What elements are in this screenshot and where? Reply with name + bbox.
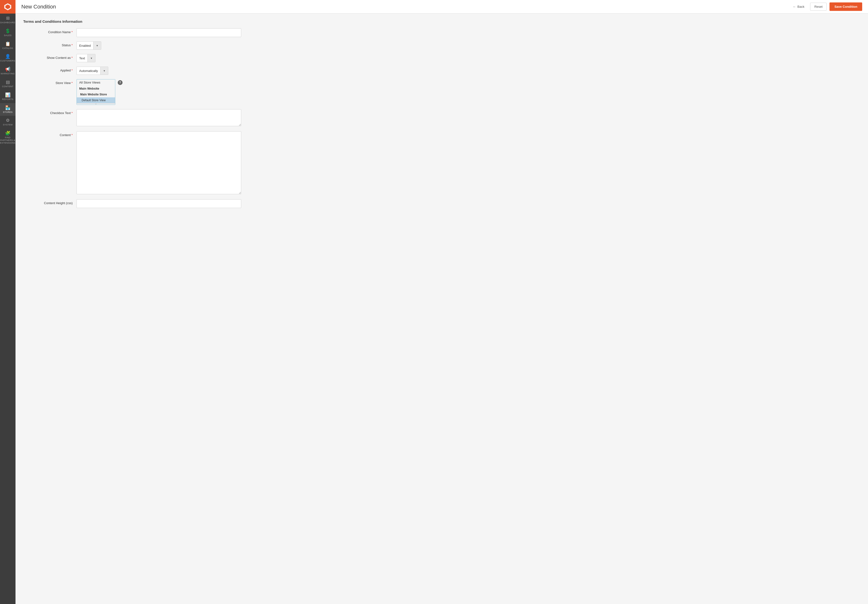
- sidebar-item-sales[interactable]: 💲 SALES: [0, 26, 16, 39]
- sidebar-label-catalog: CATALOG: [2, 47, 13, 50]
- sidebar-item-content[interactable]: ▤ CONTENT: [0, 77, 16, 90]
- checkbox-text-input[interactable]: [76, 109, 241, 126]
- condition-name-field: [76, 28, 241, 37]
- show-content-select[interactable]: Text ▼: [76, 54, 95, 62]
- sidebar-label-sales: SALES: [4, 34, 12, 37]
- status-label: Status*: [23, 42, 76, 47]
- system-icon: ⚙: [6, 118, 10, 122]
- stores-icon: 🏪: [5, 105, 11, 110]
- sidebar-item-system[interactable]: ⚙ SYSTEM: [0, 116, 16, 129]
- content-row: Content*: [23, 131, 860, 195]
- sidebar-label-system: SYSTEM: [3, 124, 12, 126]
- content-icon: ▤: [6, 80, 10, 84]
- store-view-row: Store View* All Store Views Main Website…: [23, 79, 860, 105]
- applied-label: Applied*: [23, 67, 76, 72]
- dashboard-icon: ⊞: [6, 16, 10, 20]
- catalog-icon: 📋: [5, 42, 11, 46]
- content-height-input[interactable]: [76, 199, 241, 208]
- status-select[interactable]: Enabled ▼: [76, 42, 101, 50]
- sidebar-label-content: CONTENT: [2, 85, 14, 88]
- checkbox-text-label: Checkbox Text*: [23, 109, 76, 115]
- header-actions: ← Back Reset Save Condition: [790, 2, 862, 11]
- sidebar-item-catalog[interactable]: 📋 CATALOG: [0, 39, 16, 52]
- content-label: Content*: [23, 131, 76, 137]
- store-view-field: All Store Views Main Website Main Websit…: [76, 79, 241, 105]
- show-content-arrow[interactable]: ▼: [87, 54, 95, 62]
- required-star-store: *: [71, 81, 73, 85]
- required-star-content: *: [71, 56, 73, 60]
- sidebar-item-reports[interactable]: 📊 REPORTS: [0, 90, 16, 103]
- applied-arrow[interactable]: ▼: [100, 67, 108, 74]
- status-dropdown-arrow[interactable]: ▼: [93, 42, 101, 50]
- main-content: New Condition ← Back Reset Save Conditio…: [16, 0, 868, 604]
- top-header: New Condition ← Back Reset Save Conditio…: [16, 0, 868, 14]
- back-button[interactable]: ← Back: [790, 3, 808, 10]
- condition-name-label: Condition Name*: [23, 28, 76, 34]
- applied-row: Applied* Automatically ▼: [23, 67, 860, 75]
- required-star-status: *: [71, 43, 73, 47]
- sidebar-label-dashboard: DASHBOARD: [0, 21, 15, 24]
- sidebar-label-marketing: MARKETING: [1, 73, 15, 75]
- store-view-option-default[interactable]: Default Store View: [77, 98, 115, 103]
- status-field: Enabled ▼: [76, 42, 241, 50]
- sidebar-item-partners[interactable]: 🧩 FIND PARTNERS & EXTENSIONS: [0, 129, 16, 147]
- condition-name-row: Condition Name*: [23, 28, 860, 37]
- content-height-field: [76, 199, 241, 208]
- required-star-applied: *: [71, 68, 73, 72]
- required-star-content-field: *: [71, 133, 73, 137]
- sidebar-item-marketing[interactable]: 📢 MARKETING: [0, 65, 16, 77]
- customers-icon: 👤: [5, 54, 11, 59]
- save-button[interactable]: Save Condition: [829, 2, 862, 11]
- store-view-inner: All Store Views Main Website Main Websit…: [76, 79, 241, 105]
- content-height-row: Content Height (css): [23, 199, 860, 208]
- sidebar-label-customers: CUSTOMERS: [0, 60, 15, 62]
- required-star-checkbox: *: [71, 111, 73, 115]
- store-view-select[interactable]: All Store Views Main Website Main Websit…: [76, 79, 115, 105]
- back-arrow-icon: ←: [793, 5, 796, 8]
- store-view-option-main-website-store[interactable]: Main Website Store: [77, 91, 115, 98]
- condition-name-input[interactable]: [76, 28, 241, 37]
- show-content-value: Text: [77, 55, 87, 62]
- status-value: Enabled: [77, 42, 93, 49]
- marketing-icon: 📢: [5, 67, 11, 71]
- status-row: Status* Enabled ▼: [23, 42, 860, 50]
- sidebar-label-partners: FIND PARTNERS & EXTENSIONS: [0, 136, 16, 144]
- sidebar-item-customers[interactable]: 👤 CUSTOMERS: [0, 52, 16, 65]
- sidebar-label-stores: STORES: [3, 111, 12, 114]
- checkbox-text-row: Checkbox Text*: [23, 109, 860, 127]
- page-title: New Condition: [21, 4, 56, 10]
- section-title: Terms and Conditions Information: [23, 19, 860, 23]
- content-area: Terms and Conditions Information Conditi…: [16, 14, 868, 604]
- sidebar-item-stores[interactable]: 🏪 STORES: [0, 103, 16, 116]
- show-content-row: Show Content as* Text ▼: [23, 54, 860, 62]
- applied-value: Automatically: [77, 68, 100, 74]
- store-view-option-main-website[interactable]: Main Website: [77, 85, 115, 91]
- reset-button[interactable]: Reset: [810, 3, 826, 11]
- sidebar: ⊞ DASHBOARD 💲 SALES 📋 CATALOG 👤 CUSTOMER…: [0, 0, 16, 604]
- content-height-label: Content Height (css): [23, 199, 76, 205]
- sidebar-logo[interactable]: [0, 0, 16, 14]
- sidebar-label-reports: REPORTS: [2, 98, 14, 101]
- content-field: [76, 131, 241, 195]
- store-view-label: Store View*: [23, 79, 76, 85]
- applied-field: Automatically ▼: [76, 67, 241, 75]
- show-content-field: Text ▼: [76, 54, 241, 62]
- checkbox-text-field: [76, 109, 241, 127]
- store-view-option-all[interactable]: All Store Views: [77, 79, 115, 85]
- reports-icon: 📊: [5, 93, 11, 97]
- sidebar-item-dashboard[interactable]: ⊞ DASHBOARD: [0, 14, 16, 26]
- store-view-help-icon[interactable]: ?: [118, 80, 122, 85]
- store-view-resize-handle[interactable]: ⠿: [77, 103, 115, 105]
- sales-icon: 💲: [5, 29, 11, 33]
- applied-select[interactable]: Automatically ▼: [76, 67, 108, 75]
- content-input[interactable]: [76, 131, 241, 194]
- store-view-list: All Store Views Main Website Main Websit…: [77, 79, 115, 103]
- required-star: *: [71, 30, 73, 34]
- partners-icon: 🧩: [5, 131, 11, 135]
- back-label: Back: [798, 5, 804, 8]
- show-content-label: Show Content as*: [23, 54, 76, 60]
